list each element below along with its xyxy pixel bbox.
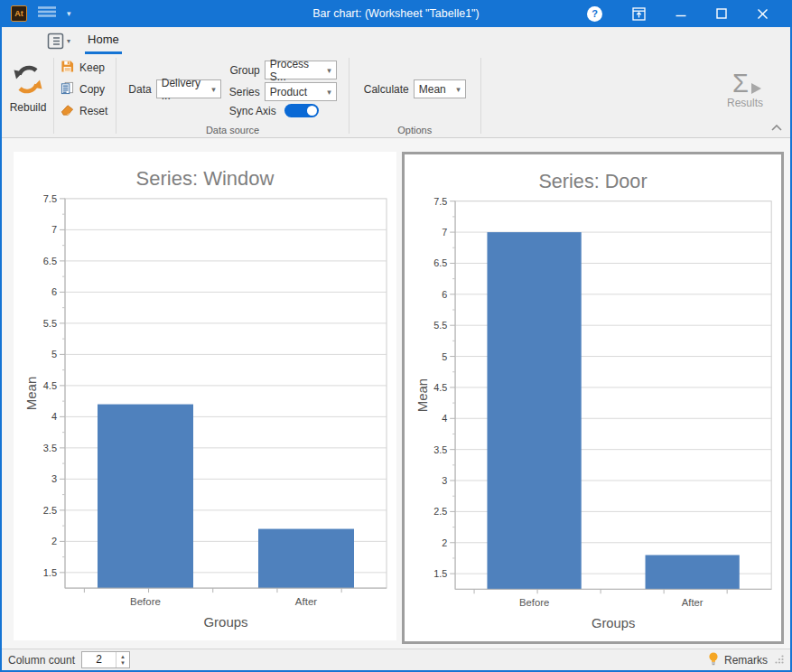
- copy-document-icon: [61, 81, 74, 98]
- series-field-label: Series: [229, 86, 260, 98]
- keep-label: Keep: [79, 61, 105, 74]
- statusbar: Column count 2 ▲ ▼ Remarks: [2, 649, 790, 670]
- chart-card-window[interactable]: Series: Window1.522.533.544.555.566.577.…: [14, 152, 396, 640]
- sync-axis-label: Sync Axis: [229, 105, 276, 117]
- group-label-options: Options: [351, 124, 479, 137]
- svg-text:Mean: Mean: [23, 377, 39, 410]
- calculate-dropdown[interactable]: Mean ▾: [414, 79, 466, 98]
- data-field-label: Data: [128, 83, 151, 96]
- results-button[interactable]: Σ Results: [708, 70, 782, 109]
- svg-text:3.5: 3.5: [433, 444, 447, 455]
- spin-down-button[interactable]: ▼: [120, 660, 126, 667]
- chevron-down-icon: ▾: [211, 85, 216, 94]
- lightbulb-icon: [708, 652, 719, 668]
- svg-text:Series: Door: Series: Door: [538, 170, 647, 192]
- svg-text:6.5: 6.5: [43, 256, 57, 266]
- column-count-value[interactable]: 2: [82, 652, 116, 667]
- collapse-ribbon-button[interactable]: [771, 118, 782, 135]
- reset-label: Reset: [79, 105, 107, 117]
- svg-text:Before: Before: [130, 596, 161, 607]
- svg-text:Mean: Mean: [415, 378, 430, 412]
- chevron-down-icon: ▾: [327, 66, 331, 75]
- svg-text:Groups: Groups: [203, 614, 247, 630]
- svg-text:After: After: [682, 597, 703, 608]
- maximize-button[interactable]: [716, 8, 727, 19]
- rebuild-button[interactable]: Rebuild: [5, 64, 51, 114]
- svg-text:4: 4: [51, 411, 57, 422]
- group-dropdown-value: Process S...: [270, 58, 321, 83]
- spin-up-button[interactable]: ▲: [120, 654, 126, 660]
- ribbon-separator: [349, 58, 349, 134]
- sigma-icon: Σ: [732, 70, 758, 97]
- svg-text:1.5: 1.5: [43, 567, 57, 578]
- svg-text:3: 3: [442, 475, 447, 486]
- svg-text:7.5: 7.5: [433, 196, 447, 207]
- rebuild-label: Rebuild: [10, 101, 47, 114]
- svg-text:Before: Before: [519, 597, 549, 608]
- quick-access-caret-icon[interactable]: ▾: [67, 9, 71, 18]
- svg-text:3.5: 3.5: [43, 443, 57, 453]
- svg-text:5: 5: [51, 349, 57, 359]
- copy-button[interactable]: Copy: [61, 80, 107, 98]
- help-button[interactable]: ?: [587, 6, 602, 22]
- svg-text:6: 6: [442, 289, 447, 300]
- svg-text:2.5: 2.5: [433, 506, 447, 517]
- resize-grip[interactable]: [775, 654, 784, 667]
- column-count-stepper[interactable]: 2 ▲ ▼: [81, 651, 130, 668]
- app-logo-icon[interactable]: At: [11, 5, 27, 22]
- tab-home[interactable]: Home: [85, 27, 122, 54]
- svg-text:4.5: 4.5: [433, 382, 447, 393]
- svg-text:6.5: 6.5: [433, 257, 447, 268]
- hamburger-menu-icon[interactable]: [37, 5, 57, 22]
- calculate-dropdown-value: Mean: [419, 83, 446, 96]
- reset-button[interactable]: Reset: [61, 102, 107, 119]
- file-menu-button[interactable]: ▾: [47, 33, 70, 50]
- chart-area: Series: Window1.522.533.544.555.566.577.…: [2, 138, 790, 649]
- svg-text:5.5: 5.5: [433, 320, 447, 331]
- svg-text:7: 7: [442, 227, 447, 238]
- copy-label: Copy: [79, 83, 105, 96]
- bar-chart-door: Series: Door1.522.533.544.555.566.577.5B…: [405, 154, 781, 641]
- group-dropdown[interactable]: Process S... ▾: [265, 61, 337, 79]
- rebuild-icon: [13, 64, 43, 98]
- group-label-data-source: Data source: [118, 124, 346, 137]
- series-dropdown[interactable]: Product ▾: [265, 82, 337, 101]
- svg-text:After: After: [295, 596, 317, 607]
- data-dropdown[interactable]: Delivery ... ▾: [156, 79, 221, 98]
- bar-chart-window: Series: Window1.522.533.544.555.566.577.…: [14, 152, 396, 640]
- svg-text:4.5: 4.5: [43, 380, 57, 391]
- svg-text:2.5: 2.5: [43, 505, 57, 516]
- remarks-label: Remarks: [724, 654, 768, 667]
- popout-window-button[interactable]: [632, 7, 646, 21]
- svg-text:2: 2: [51, 536, 57, 546]
- close-button[interactable]: [757, 8, 769, 20]
- save-disk-icon: [61, 60, 74, 76]
- series-dropdown-value: Product: [270, 86, 307, 98]
- keep-button[interactable]: Keep: [61, 59, 107, 76]
- eraser-icon: [61, 103, 74, 119]
- column-count-label: Column count: [8, 654, 75, 667]
- remarks-button[interactable]: Remarks: [708, 652, 768, 668]
- ribbon-separator: [53, 58, 54, 134]
- svg-text:3: 3: [51, 473, 57, 484]
- data-dropdown-value: Delivery ...: [162, 77, 206, 102]
- chevron-down-icon: ▾: [327, 88, 331, 97]
- ribbon-separator: [480, 58, 481, 134]
- svg-text:5.5: 5.5: [43, 318, 57, 329]
- svg-text:7.5: 7.5: [43, 193, 57, 204]
- ribbon-separator: [116, 58, 116, 134]
- svg-text:7: 7: [51, 224, 57, 235]
- chevron-down-icon: ▾: [456, 85, 461, 94]
- results-label: Results: [727, 97, 763, 109]
- sync-axis-toggle[interactable]: [284, 104, 319, 117]
- minimize-button[interactable]: [676, 8, 686, 19]
- file-menu-caret-icon: ▾: [67, 37, 70, 45]
- svg-text:5: 5: [442, 350, 447, 361]
- titlebar: At ▾ Bar chart: (Worksheet "Tabelle1") ?: [2, 0, 790, 27]
- svg-text:1.5: 1.5: [433, 568, 447, 579]
- chart-card-door[interactable]: Series: Door1.522.533.544.555.566.577.5B…: [402, 152, 784, 644]
- svg-text:Groups: Groups: [592, 616, 635, 630]
- ribbon: ▾ Home: [2, 27, 790, 138]
- svg-text:Series: Window: Series: Window: [136, 167, 275, 190]
- app-window: At ▾ Bar chart: (Worksheet "Tabelle1") ?: [0, 0, 792, 672]
